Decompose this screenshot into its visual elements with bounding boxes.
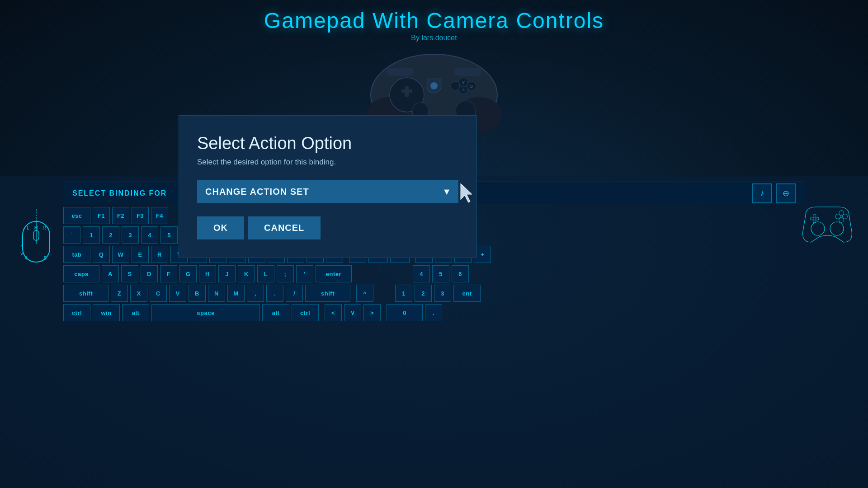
svg-rect-4 <box>454 68 481 76</box>
svg-text:∨: ∨ <box>20 251 24 256</box>
action-dropdown[interactable]: CHANGE ACTION SET <box>197 180 458 203</box>
key-num3[interactable]: 3 <box>434 285 451 302</box>
key-num5[interactable]: 5 <box>432 265 449 282</box>
key-num2[interactable]: 2 <box>415 285 432 302</box>
key-f1[interactable]: F1 <box>93 207 110 224</box>
key-slash[interactable]: / <box>286 285 303 302</box>
key-b[interactable]: B <box>189 285 206 302</box>
key-tab[interactable]: tab <box>63 246 90 263</box>
svg-text:B: B <box>470 84 473 89</box>
key-numenter[interactable]: ent <box>453 285 481 302</box>
key-backtick[interactable]: ` <box>63 226 80 244</box>
keyboard-row-4: caps A S D F G H J K L ; ' enter 4 5 6 <box>63 265 805 282</box>
key-a[interactable]: A <box>102 265 119 282</box>
key-comma[interactable]: , <box>247 285 264 302</box>
minus-icon-button[interactable]: ⊖ <box>776 183 796 203</box>
key-win[interactable]: win <box>93 304 120 321</box>
keyboard-row-6: ctrl win alt space alt ctrl < ∨ > 0 . <box>63 304 805 321</box>
dialog-buttons: OK CANCEL <box>197 216 458 239</box>
svg-point-13 <box>451 81 460 90</box>
key-d[interactable]: D <box>141 265 158 282</box>
dialog-title: Select Action Option <box>197 134 458 153</box>
key-4[interactable]: 4 <box>141 226 158 244</box>
key-h[interactable]: H <box>199 265 216 282</box>
key-caret[interactable]: ^ <box>356 285 373 302</box>
svg-text:L: L <box>27 225 29 230</box>
svg-rect-19 <box>426 78 432 81</box>
key-x[interactable]: X <box>130 285 147 302</box>
svg-rect-32 <box>811 217 819 220</box>
select-binding-label: SELECT BINDING FOR <box>72 189 167 197</box>
key-arrow-right[interactable]: > <box>363 304 381 321</box>
key-f[interactable]: F <box>160 265 177 282</box>
key-c[interactable]: C <box>150 285 167 302</box>
key-alt-left[interactable]: alt <box>122 304 149 321</box>
key-1[interactable]: 1 <box>83 226 100 244</box>
minus-icon: ⊖ <box>783 188 789 198</box>
key-2[interactable]: 2 <box>102 226 119 244</box>
key-quote[interactable]: ' <box>296 265 313 282</box>
cancel-button[interactable]: CANCEL <box>248 216 321 239</box>
key-5[interactable]: 5 <box>160 226 178 244</box>
key-enter[interactable]: enter <box>316 265 352 282</box>
dialog-subtitle: Select the desired option for this bindi… <box>197 158 458 167</box>
key-num0[interactable]: 0 <box>387 304 423 321</box>
key-alt-right[interactable]: alt <box>262 304 289 321</box>
key-ctrl-right[interactable]: ctrl <box>292 304 319 321</box>
music-icon-button[interactable]: ♪ <box>752 183 772 203</box>
dropdown-container: CHANGE ACTION SET ▼ <box>197 180 458 203</box>
page-title: Gamepad With Camera Controls <box>0 8 868 33</box>
svg-rect-20 <box>436 78 442 81</box>
key-num6[interactable]: 6 <box>452 265 469 282</box>
key-q[interactable]: Q <box>93 246 110 263</box>
key-arrow-left[interactable]: < <box>325 304 342 321</box>
key-arrow-down[interactable]: ∨ <box>344 304 361 321</box>
svg-text:R: R <box>42 225 46 230</box>
ok-button[interactable]: OK <box>197 216 244 239</box>
svg-rect-7 <box>405 86 409 97</box>
key-ctrl-left[interactable]: ctrl <box>63 304 90 321</box>
key-v[interactable]: V <box>169 285 186 302</box>
key-f2[interactable]: F2 <box>112 207 129 224</box>
key-3[interactable]: 3 <box>122 226 139 244</box>
key-w[interactable]: W <box>112 246 129 263</box>
svg-text:Y: Y <box>462 80 465 85</box>
svg-text:4: 4 <box>25 255 28 261</box>
svg-rect-33 <box>813 215 816 223</box>
key-shift-left[interactable]: shift <box>63 285 108 302</box>
key-num1[interactable]: 1 <box>395 285 412 302</box>
key-e[interactable]: E <box>132 246 149 263</box>
svg-text:^: ^ <box>20 244 23 249</box>
key-l[interactable]: L <box>257 265 274 282</box>
svg-point-9 <box>430 82 438 89</box>
key-semicolon[interactable]: ; <box>277 265 294 282</box>
key-g[interactable]: G <box>179 265 197 282</box>
gamepad-illustration <box>800 199 854 249</box>
svg-point-34 <box>830 222 844 235</box>
key-k[interactable]: K <box>238 265 255 282</box>
key-z[interactable]: Z <box>111 285 128 302</box>
svg-text:M: M <box>34 225 38 230</box>
key-caps[interactable]: caps <box>63 265 99 282</box>
mouse-illustration: L M R ^ ∨ 4 5 <box>18 208 54 273</box>
svg-text:5: 5 <box>44 255 47 261</box>
svg-text:A: A <box>462 88 465 92</box>
key-f4[interactable]: F4 <box>151 207 168 224</box>
key-j[interactable]: J <box>218 265 236 282</box>
key-num4[interactable]: 4 <box>413 265 430 282</box>
key-shift-right[interactable]: shift <box>305 285 350 302</box>
key-space[interactable]: space <box>151 304 260 321</box>
key-esc[interactable]: esc <box>63 207 90 224</box>
key-numdot[interactable]: . <box>425 304 442 321</box>
svg-point-38 <box>835 214 840 219</box>
music-icon: ♪ <box>760 188 764 198</box>
key-s[interactable]: S <box>121 265 138 282</box>
key-f3[interactable]: F3 <box>132 207 149 224</box>
key-period[interactable]: . <box>266 285 283 302</box>
svg-marker-39 <box>461 183 472 202</box>
key-n[interactable]: N <box>208 285 225 302</box>
dialog: Select Action Option Select the desired … <box>179 115 477 258</box>
keyboard-row-5: shift Z X C V B N M , . / shift ^ 1 2 3 … <box>63 285 805 302</box>
key-r[interactable]: R <box>151 246 168 263</box>
key-m[interactable]: M <box>227 285 245 302</box>
